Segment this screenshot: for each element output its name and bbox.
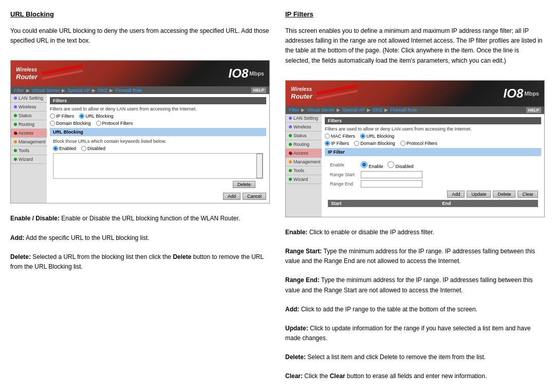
right-radio-ip-filters[interactable]: IP Filters	[325, 141, 349, 146]
right-ip-result-header-row: Start End	[328, 200, 538, 207]
right-router-sidebar: LAN Setting Wireless Status Routing	[286, 114, 322, 217]
left-section-title: URL Blocking	[10, 10, 270, 18]
right-ip-filter-inner: Enable Enable Disabled	[325, 157, 541, 209]
left-url-disabled-radio[interactable]: Disabled	[81, 146, 105, 151]
left-enable-disable-text: Enable / Disable: Enable or Disable the …	[10, 214, 270, 223]
left-url-list-scrollbar[interactable]	[256, 154, 263, 178]
right-end-col-header: End	[439, 200, 538, 207]
right-column: IP Filters This screen enables you to de…	[285, 10, 545, 392]
left-sidebar-wireless[interactable]: Wireless	[11, 103, 47, 111]
right-sidebar-wireless[interactable]: Wireless	[286, 123, 322, 132]
right-nav-firewall-rule[interactable]: Firewall Rule	[390, 107, 417, 113]
right-help-btn[interactable]: HELP	[526, 107, 541, 113]
left-nav-virtual-server[interactable]: Virtual Server	[32, 88, 60, 93]
right-nav-special-ap[interactable]: Special AP	[342, 107, 365, 113]
right-section-title: IP Filters	[285, 10, 545, 18]
right-enable-radio1[interactable]: Enable	[361, 164, 384, 169]
right-action-btns: Add Update Delete Clear	[328, 191, 538, 198]
left-router-sidebar: LAN Setting Wireless Status Routing	[11, 94, 47, 203]
right-range-end-label: Range End	[328, 179, 359, 189]
left-sidebar-dot-wireless	[14, 105, 17, 108]
right-sidebar-tools[interactable]: Tools	[286, 166, 322, 175]
left-column: URL Blocking You could enable URL blocki…	[10, 10, 270, 392]
left-delete-text: Delete: Selected a URL from the blocking…	[10, 252, 270, 272]
right-router-content: Filters Filters are used to allow or den…	[322, 114, 544, 217]
left-sidebar-lan-setting[interactable]: LAN Setting	[11, 94, 47, 103]
right-add-text: Add: Click to add the IP range to the ta…	[285, 305, 545, 314]
right-enable-label: Enable	[328, 160, 359, 170]
right-sidebar-wizard[interactable]: Wizard	[286, 175, 322, 184]
right-filters-desc: Filters are used to allow or deny LAN us…	[325, 126, 541, 132]
right-enable-row: Enable Enable Disabled	[328, 160, 538, 170]
left-nav-dmz[interactable]: DMZ	[98, 88, 108, 93]
right-enable-text: Enable: Click to enable or disable the I…	[285, 228, 545, 237]
left-decorative-slash	[42, 63, 83, 84]
left-nav-firewall-rule[interactable]: Firewall Rule	[115, 88, 142, 93]
right-nav-dmz[interactable]: DMZ	[373, 107, 383, 113]
left-radio-protocol-filters[interactable]: Protocol Filters	[96, 121, 133, 126]
right-radio-url-blocking[interactable]: URL Blocking	[360, 134, 394, 139]
right-radio-domain-blocking[interactable]: Domain Blocking	[354, 141, 395, 146]
left-url-blocking-desc: Block those URLs which contain keywords …	[53, 139, 263, 144]
left-nav-filter[interactable]: Filter	[14, 88, 24, 93]
right-range-end-input[interactable]	[361, 180, 422, 188]
right-update-text: Update: Click to update information for …	[285, 324, 545, 343]
right-range-start-text: Range Start: Type the minimum address fo…	[285, 247, 545, 266]
left-help-btn[interactable]: HELP	[251, 87, 266, 93]
left-filter-radio-group2: Domain Blocking Protocol Filters	[50, 121, 266, 126]
right-radio-protocol-filters[interactable]: Protocol Filters	[400, 141, 437, 146]
right-sidebar-routing[interactable]: Routing	[286, 140, 322, 149]
left-sidebar-management[interactable]: Management	[11, 138, 47, 146]
right-router-body: LAN Setting Wireless Status Routing	[286, 114, 544, 217]
left-sidebar-wizard[interactable]: Wizard	[11, 155, 47, 164]
left-sidebar-tools[interactable]: Tools	[11, 146, 47, 155]
right-sidebar-dot-management	[289, 160, 292, 163]
left-router-body: LAN Setting Wireless Status Routing	[11, 94, 269, 203]
left-url-enabled-radio[interactable]: Enabled	[53, 146, 76, 151]
right-range-end-input-cell	[359, 179, 538, 189]
right-sidebar-dot-status	[289, 134, 292, 137]
left-filters-title: Filters	[50, 97, 266, 104]
right-clear-button[interactable]: Clear	[517, 191, 538, 198]
right-decorative-slash	[317, 83, 358, 104]
right-range-start-input[interactable]	[361, 171, 422, 178]
left-delete-button[interactable]: Delete	[233, 181, 255, 188]
left-add-button[interactable]: Add	[223, 193, 240, 200]
left-radio-domain-blocking[interactable]: Domain Blocking	[50, 121, 91, 126]
left-cancel-button[interactable]: Cancel	[243, 193, 266, 200]
right-update-button[interactable]: Update	[467, 191, 491, 198]
left-sidebar-access[interactable]: ❤ Access	[11, 129, 47, 138]
left-sidebar-dot-lan	[14, 97, 17, 100]
right-delete-button[interactable]: Delete	[493, 191, 515, 198]
right-range-start-row: Range Start	[328, 170, 538, 179]
right-router-brand: Wireless Router	[291, 86, 312, 101]
left-url-list-area	[53, 153, 263, 179]
left-description: You could enable URL blocking to deny th…	[10, 26, 270, 46]
right-radio-mac-filters[interactable]: MAC Filters	[325, 134, 355, 139]
left-nav-special-ap[interactable]: Special AP	[67, 88, 90, 93]
right-router-ui: Wireless Router IO8 Mbps Filter ▶ Virtu	[285, 80, 545, 217]
left-filter-radio-group: IP Filters URL Blocking	[50, 114, 266, 119]
right-sidebar-dot-wireless	[289, 125, 292, 128]
right-range-start-input-cell	[359, 170, 538, 179]
right-sidebar-access[interactable]: ❤ Access	[286, 149, 322, 158]
right-sidebar-status[interactable]: Status	[286, 132, 322, 140]
right-sidebar-management[interactable]: Management	[286, 158, 322, 166]
right-sidebar-dot-lan	[289, 117, 292, 120]
left-sidebar-routing[interactable]: Routing	[11, 120, 47, 129]
left-router-logo: IO8 Mbps	[229, 66, 264, 81]
right-add-button[interactable]: Add	[447, 191, 465, 198]
left-sidebar-status[interactable]: Status	[11, 111, 47, 120]
left-radio-url-blocking[interactable]: URL Blocking	[79, 114, 113, 119]
right-sidebar-lan-setting[interactable]: LAN Setting	[286, 114, 322, 123]
left-radio-ip-filters[interactable]: IP Filters	[50, 114, 74, 119]
right-nav-filter[interactable]: Filter	[289, 107, 299, 113]
left-sidebar-dot-management	[14, 140, 17, 143]
right-range-end-row: Range End	[328, 179, 538, 189]
left-url-blocking-section-title: URL Blocking	[50, 128, 266, 136]
right-sidebar-dot-tools	[289, 169, 292, 172]
left-sidebar-dot-wizard	[14, 158, 17, 161]
left-router-header: Wireless Router IO8 Mbps	[11, 61, 269, 86]
right-enable-radio2[interactable]: Disabled	[387, 164, 414, 169]
right-nav-virtual-server[interactable]: Virtual Server	[307, 107, 335, 113]
